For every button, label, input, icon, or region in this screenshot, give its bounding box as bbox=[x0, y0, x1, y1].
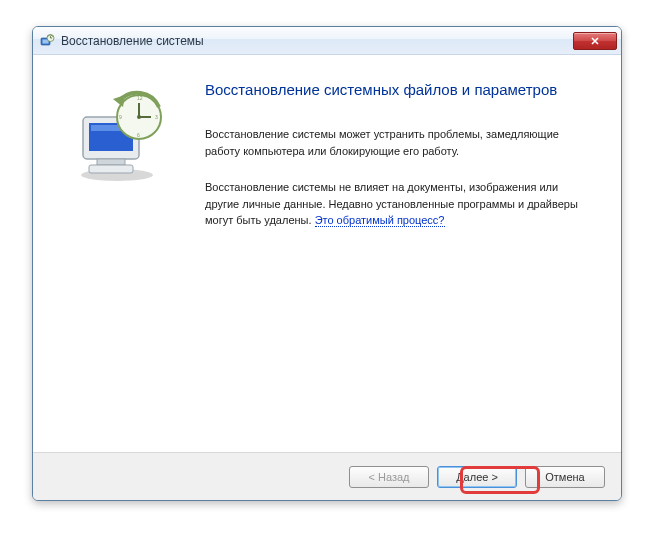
svg-rect-9 bbox=[89, 165, 133, 173]
svg-text:3: 3 bbox=[155, 114, 158, 120]
svg-text:12: 12 bbox=[137, 95, 143, 101]
dialog-body: 12 3 6 9 Восстановление системных файлов… bbox=[33, 55, 621, 452]
restore-image-icon: 12 3 6 9 bbox=[69, 87, 169, 187]
next-button[interactable]: Далее > bbox=[437, 466, 517, 488]
intro-paragraph-2: Восстановление системы не влияет на доку… bbox=[205, 179, 595, 229]
page-heading: Восстановление системных файлов и параме… bbox=[205, 81, 595, 98]
svg-rect-8 bbox=[97, 159, 125, 165]
system-restore-icon bbox=[39, 33, 55, 49]
svg-text:6: 6 bbox=[137, 132, 140, 138]
system-restore-dialog: Восстановление системы 12 3 bbox=[32, 26, 622, 501]
cancel-button[interactable]: Отмена bbox=[525, 466, 605, 488]
content-area: Восстановление системных файлов и параме… bbox=[205, 81, 595, 452]
window-title: Восстановление системы bbox=[61, 34, 567, 48]
button-bar: < Назад Далее > Отмена bbox=[33, 452, 621, 500]
titlebar: Восстановление системы bbox=[33, 27, 621, 55]
close-icon bbox=[590, 36, 600, 46]
side-image-area: 12 3 6 9 bbox=[59, 81, 179, 452]
svg-text:9: 9 bbox=[119, 114, 122, 120]
intro-paragraph-1: Восстановление системы может устранить п… bbox=[205, 126, 595, 159]
svg-marker-18 bbox=[113, 95, 125, 107]
reversible-process-link[interactable]: Это обратимый процесс? bbox=[315, 214, 445, 227]
close-button[interactable] bbox=[573, 32, 617, 50]
back-button: < Назад bbox=[349, 466, 429, 488]
